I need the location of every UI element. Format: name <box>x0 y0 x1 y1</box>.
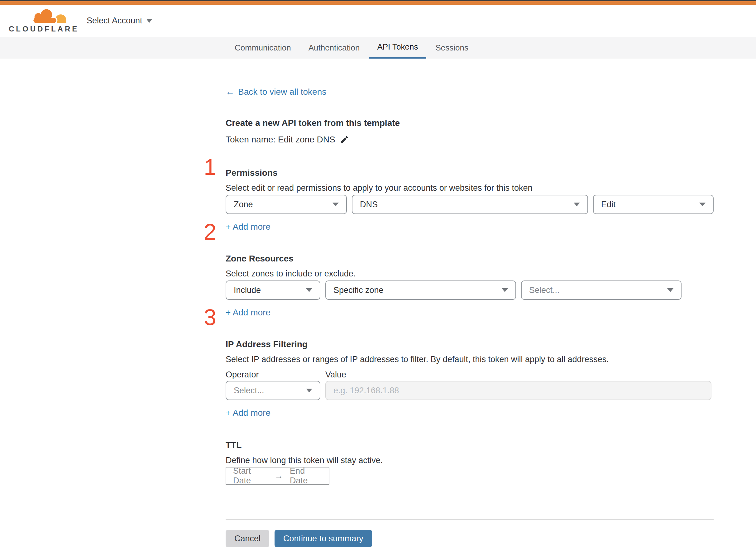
ip-filtering-row: Select... <box>226 381 714 400</box>
cloudflare-logo[interactable]: CLOUDFLARE <box>9 8 68 33</box>
permission-service-select[interactable]: DNS <box>352 195 588 214</box>
permissions-section: Permissions Select edit or read permissi… <box>226 167 714 233</box>
profile-tab-bar: Communication Authentication API Tokens … <box>0 37 756 59</box>
zone-resources-description: Select zones to include or exclude. <box>226 268 714 280</box>
end-date-placeholder: End Date <box>290 466 322 486</box>
ip-filtering-section: IP Address Filtering Select IP addresses… <box>226 339 714 419</box>
brand-orange-bar <box>0 1 756 5</box>
cloudflare-wordmark: CLOUDFLARE <box>9 25 68 33</box>
token-name-line: Token name: Edit zone DNS <box>226 133 714 146</box>
zone-type-value: Specific zone <box>333 286 384 295</box>
permission-scope-select[interactable]: Zone <box>226 195 347 214</box>
chevron-down-icon <box>502 288 508 292</box>
ttl-section: TTL Define how long this token will stay… <box>226 439 714 485</box>
ttl-date-range-picker[interactable]: Start Date → End Date <box>226 467 329 485</box>
zone-resources-section: Zone Resources Select zones to include o… <box>226 253 714 319</box>
zone-mode-select[interactable]: Include <box>226 281 320 300</box>
step-number-1: 1 <box>202 156 218 178</box>
edit-pencil-icon[interactable] <box>340 135 349 144</box>
zone-mode-value: Include <box>234 286 261 295</box>
zone-picker-select[interactable]: Select... <box>521 281 682 300</box>
back-link-label: Back to view all tokens <box>238 87 326 97</box>
ip-filtering-add-more-link[interactable]: + Add more <box>226 407 270 419</box>
zone-resources-add-more-link[interactable]: + Add more <box>226 307 270 319</box>
continue-to-summary-button[interactable]: Continue to summary <box>274 530 372 547</box>
zone-type-select[interactable]: Specific zone <box>325 281 516 300</box>
permission-access-value: Edit <box>601 200 616 209</box>
permissions-heading: Permissions <box>226 167 714 179</box>
zone-picker-placeholder: Select... <box>529 286 560 295</box>
page-title: Create a new API token from this templat… <box>226 117 714 129</box>
cloudflare-cloud-icon <box>31 8 68 24</box>
ip-filtering-labels: Operator Value <box>226 369 714 380</box>
permission-service-value: DNS <box>360 200 378 209</box>
operator-select[interactable]: Select... <box>226 381 320 400</box>
ip-filtering-description: Select IP addresses or ranges of IP addr… <box>226 354 714 365</box>
footer-divider <box>226 519 714 520</box>
step-number-2: 2 <box>202 221 218 243</box>
app-header: CLOUDFLARE Select Account <box>0 5 756 37</box>
ip-value-input[interactable] <box>325 381 711 400</box>
account-selector[interactable]: Select Account <box>87 16 152 26</box>
start-date-placeholder: Start Date <box>233 466 268 486</box>
chevron-down-icon <box>306 288 312 292</box>
arrow-right-icon: → <box>274 471 283 481</box>
permissions-add-more-link[interactable]: + Add more <box>226 221 270 233</box>
footer-actions: Cancel Continue to summary <box>226 530 714 547</box>
chevron-down-icon <box>146 19 152 23</box>
ttl-description: Define how long this token will stay act… <box>226 454 714 466</box>
account-selector-label: Select Account <box>87 16 142 26</box>
zone-resources-row: Include Specific zone Select... <box>226 281 714 300</box>
tab-api-tokens[interactable]: API Tokens <box>368 37 426 59</box>
back-to-tokens-link[interactable]: ← Back to view all tokens <box>226 86 326 98</box>
chevron-down-icon <box>332 202 339 206</box>
permissions-row: Zone DNS Edit <box>226 195 714 214</box>
cancel-button[interactable]: Cancel <box>226 530 269 547</box>
operator-label: Operator <box>226 369 325 380</box>
chevron-down-icon <box>699 202 706 206</box>
token-name-text: Token name: Edit zone DNS <box>226 135 335 145</box>
permissions-description: Select edit or read permissions to apply… <box>226 182 714 194</box>
tab-sessions[interactable]: Sessions <box>427 37 477 59</box>
ttl-heading: TTL <box>226 439 714 451</box>
chevron-down-icon <box>574 202 580 206</box>
back-arrow-icon: ← <box>226 87 234 97</box>
value-label: Value <box>325 369 346 380</box>
permission-scope-value: Zone <box>234 200 253 209</box>
chevron-down-icon <box>667 288 673 292</box>
step-number-3: 3 <box>202 306 218 329</box>
chevron-down-icon <box>306 389 312 392</box>
zone-resources-heading: Zone Resources <box>226 253 714 264</box>
permission-access-select[interactable]: Edit <box>593 195 714 214</box>
operator-placeholder: Select... <box>234 386 264 396</box>
ip-filtering-heading: IP Address Filtering <box>226 339 714 350</box>
token-template-form: 1 2 3 ← Back to view all tokens Create a… <box>226 86 714 547</box>
tab-communication[interactable]: Communication <box>226 37 299 59</box>
tab-authentication[interactable]: Authentication <box>300 37 368 59</box>
